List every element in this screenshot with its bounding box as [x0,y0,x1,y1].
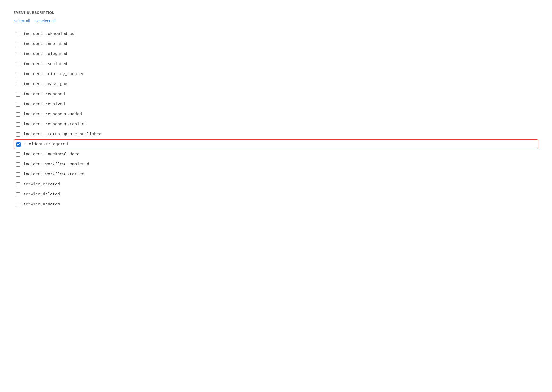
checkbox-incident-workflow-completed[interactable] [16,162,20,167]
checkbox-incident-annotated[interactable] [16,42,20,46]
checkbox-item-incident-escalated[interactable]: incident.escalated [14,59,538,69]
checkbox-incident-reopened[interactable] [16,92,20,97]
checkbox-item-incident-priority-updated[interactable]: incident.priority_updated [14,69,538,79]
checkbox-item-incident-workflow-completed[interactable]: incident.workflow.completed [14,159,538,169]
checkbox-label-incident-reopened[interactable]: incident.reopened [23,92,65,97]
checkbox-label-incident-resolved[interactable]: incident.resolved [23,102,65,107]
checkbox-item-service-deleted[interactable]: service.deleted [14,189,538,200]
checkbox-label-incident-workflow-started[interactable]: incident.workflow.started [23,172,84,177]
checkbox-label-incident-reassigned[interactable]: incident.reassigned [23,82,70,86]
checkbox-item-incident-unacknowledged[interactable]: incident.unacknowledged [14,149,538,159]
checkbox-incident-delegated[interactable] [16,52,20,56]
checkbox-item-incident-resolved[interactable]: incident.resolved [14,99,538,109]
checkbox-item-incident-status-update-published[interactable]: incident.status_update_published [14,129,538,139]
checkbox-list: incident.acknowledgedincident.annotatedi… [14,29,538,210]
checkbox-item-incident-annotated[interactable]: incident.annotated [14,39,538,49]
checkbox-service-updated[interactable] [16,203,20,207]
select-controls: Select all Deselect all [14,18,538,23]
checkbox-label-incident-status-update-published[interactable]: incident.status_update_published [23,132,101,137]
checkbox-item-incident-responder-added[interactable]: incident.responder.added [14,109,538,119]
checkbox-item-service-created[interactable]: service.created [14,179,538,189]
checkbox-label-service-updated[interactable]: service.updated [23,202,60,207]
checkbox-item-incident-reopened[interactable]: incident.reopened [14,89,538,99]
checkbox-incident-responder-added[interactable] [16,112,20,117]
checkbox-label-incident-workflow-completed[interactable]: incident.workflow.completed [23,162,89,167]
checkbox-label-incident-delegated[interactable]: incident.delegated [23,52,67,56]
checkbox-label-incident-responder-replied[interactable]: incident.responder.replied [23,122,87,127]
checkbox-label-service-created[interactable]: service.created [23,182,60,187]
checkbox-label-incident-escalated[interactable]: incident.escalated [23,62,67,66]
checkbox-label-incident-unacknowledged[interactable]: incident.unacknowledged [23,152,79,157]
checkbox-item-incident-responder-replied[interactable]: incident.responder.replied [14,119,538,129]
checkbox-incident-escalated[interactable] [16,62,20,66]
checkbox-item-incident-reassigned[interactable]: incident.reassigned [14,79,538,89]
checkbox-incident-status-update-published[interactable] [16,132,20,137]
checkbox-label-incident-responder-added[interactable]: incident.responder.added [23,112,82,117]
checkbox-label-incident-acknowledged[interactable]: incident.acknowledged [23,32,75,36]
checkbox-item-service-updated[interactable]: service.updated [14,200,538,210]
checkbox-label-incident-triggered[interactable]: incident.triggered [24,142,68,147]
deselect-all-button[interactable]: Deselect all [34,18,56,23]
checkbox-item-incident-delegated[interactable]: incident.delegated [14,49,538,59]
checkbox-incident-triggered[interactable] [16,142,21,147]
checkbox-incident-priority-updated[interactable] [16,72,20,76]
checkbox-incident-reassigned[interactable] [16,82,20,86]
checkbox-service-created[interactable] [16,182,20,187]
checkbox-item-incident-acknowledged[interactable]: incident.acknowledged [14,29,538,39]
select-all-button[interactable]: Select all [14,18,30,23]
checkbox-incident-unacknowledged[interactable] [16,152,20,157]
checkbox-label-incident-annotated[interactable]: incident.annotated [23,42,67,46]
checkbox-label-incident-priority-updated[interactable]: incident.priority_updated [23,72,84,76]
event-subscription-section: EVENT SUBSCRIPTION Select all Deselect a… [14,11,538,210]
section-title: EVENT SUBSCRIPTION [14,11,538,15]
checkbox-item-incident-workflow-started[interactable]: incident.workflow.started [14,169,538,179]
checkbox-incident-responder-replied[interactable] [16,122,20,127]
checkbox-incident-resolved[interactable] [16,102,20,107]
checkbox-incident-acknowledged[interactable] [16,32,20,36]
checkbox-incident-workflow-started[interactable] [16,172,20,177]
checkbox-label-service-deleted[interactable]: service.deleted [23,192,60,197]
checkbox-service-deleted[interactable] [16,192,20,197]
checkbox-item-incident-triggered[interactable]: incident.triggered [14,139,538,149]
